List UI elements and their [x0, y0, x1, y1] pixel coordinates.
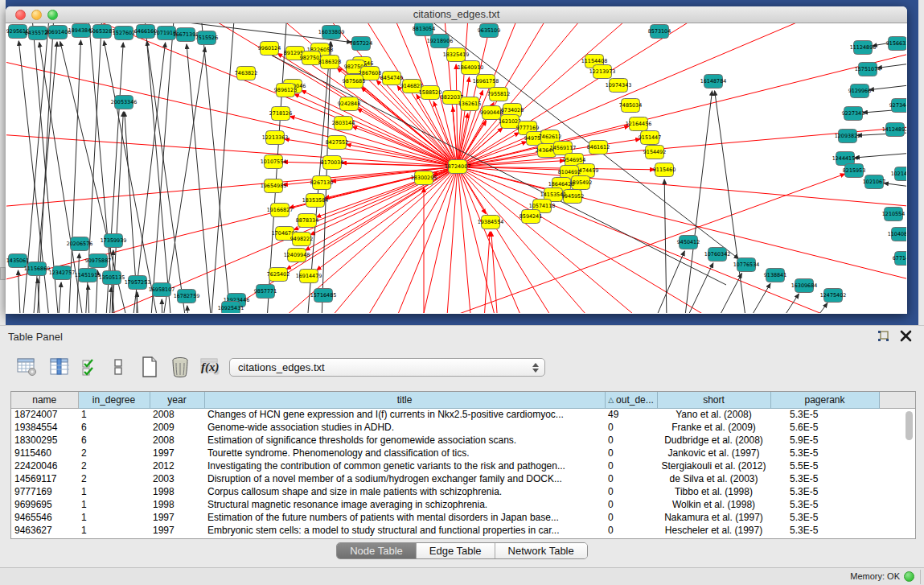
cell-outdegree[interactable]: 0	[605, 459, 657, 472]
graph-node[interactable]: 9450412	[677, 236, 700, 249]
show-columns-button[interactable]	[48, 356, 71, 378]
table-row[interactable]: 946554611997Estimation of the future num…	[11, 511, 915, 524]
cell-year[interactable]: 1998	[150, 485, 204, 498]
graph-node[interactable]: 8427552	[326, 136, 348, 150]
cell-pagerank[interactable]: 5.3E-5	[770, 485, 879, 498]
graph-node[interactable]: 9498222	[290, 233, 313, 246]
table-row[interactable]: 1872400712008Changes of HCN gene express…	[11, 408, 915, 421]
graph-node[interactable]: 7463822	[235, 67, 257, 80]
graph-node[interactable]: 8215953	[843, 164, 865, 178]
table-selector-dropdown[interactable]: citations_edges.txt	[229, 358, 545, 377]
graph-node[interactable]: 17359939	[101, 234, 127, 248]
graph-node[interactable]: 18353584	[302, 194, 329, 208]
new-table-button[interactable]	[138, 356, 161, 378]
graph-node[interactable]: 90975887	[85, 254, 112, 268]
table-row[interactable]: 946362711997Embryonic stem cells: a mode…	[11, 524, 915, 537]
graph-node[interactable]: 9990448	[480, 106, 503, 120]
cell-pagerank[interactable]: 5.9E-5	[770, 434, 879, 447]
cell-year[interactable]: 1998	[150, 498, 204, 511]
graph-node[interactable]: 1588520	[419, 86, 441, 100]
cell-title[interactable]: Structural magnetic resonance image aver…	[204, 498, 605, 511]
graph-node[interactable]: 9896123	[274, 84, 297, 97]
graph-node[interactable]: 12475402	[820, 289, 847, 303]
column-header-title[interactable]: title	[204, 392, 605, 408]
cell-year[interactable]: 1997	[150, 524, 204, 537]
graph-node[interactable]: 11040841	[888, 228, 906, 241]
cell-title[interactable]: Genome-wide association studies in ADHD.	[204, 421, 605, 434]
cell-short[interactable]: Stergiakouli et al. (2012)	[657, 459, 770, 472]
cell-year[interactable]: 2012	[150, 459, 204, 472]
graph-node[interactable]: 12444154	[832, 152, 859, 166]
table-row[interactable]: 969969511998Structural magnetic resonanc…	[11, 498, 915, 511]
cell-outdegree[interactable]: 0	[605, 485, 657, 498]
cell-title[interactable]: Estimation of the future numbers of pati…	[204, 511, 605, 524]
column-header-in_degree[interactable]: in_degree	[78, 392, 150, 408]
cell-indegree[interactable]: 1	[78, 408, 150, 421]
graph-node[interactable]: 10776534	[733, 258, 760, 272]
column-header-year[interactable]: year	[150, 392, 204, 408]
graph-node[interactable]: 8186328	[318, 56, 341, 69]
close-panel-icon[interactable]	[900, 330, 913, 343]
cell-indegree[interactable]: 6	[78, 434, 150, 447]
cell-pagerank[interactable]: 5.5E-5	[770, 459, 879, 472]
graph-node[interactable]: 19218906	[427, 35, 454, 48]
function-builder-button[interactable]: f(x)	[201, 356, 220, 378]
graph-node[interactable]: 16033809	[318, 26, 345, 39]
cell-indegree[interactable]: 2	[78, 472, 150, 485]
west-panel-handle[interactable]	[0, 267, 6, 280]
table-row[interactable]: 977716911998Corpus callosum shape and si…	[11, 485, 915, 498]
cell-pagerank[interactable]: 5.3E-5	[770, 498, 879, 511]
graph-node[interactable]: 1210554	[882, 208, 905, 221]
cell-pagerank[interactable]: 5.3E-5	[770, 408, 879, 421]
cell-year[interactable]: 1997	[150, 447, 204, 459]
cell-year[interactable]: 2009	[150, 421, 204, 434]
column-header-name[interactable]: name	[11, 392, 78, 408]
graph-node[interactable]: 9242848	[338, 97, 360, 111]
graph-node[interactable]: 9227343	[842, 107, 864, 121]
graph-node[interactable]: 12342757	[49, 266, 76, 280]
close-window-button[interactable]	[15, 10, 26, 20]
table-row[interactable]: 2242004622012Investigating the contribut…	[11, 459, 915, 472]
graph-node[interactable]: 12213973	[589, 65, 616, 79]
graph-node[interactable]: 9635109	[478, 24, 500, 38]
cell-short[interactable]: Franke et al. (2009)	[657, 421, 770, 434]
cell-indegree[interactable]: 6	[78, 421, 150, 434]
graph-node[interactable]: 16961758	[473, 75, 499, 89]
graph-node[interactable]: 20053346	[111, 96, 138, 109]
cell-short[interactable]: Wolkin et al. (1998)	[657, 498, 770, 511]
graph-node[interactable]: 8813054	[413, 23, 435, 36]
graph-node[interactable]: 11451919	[75, 269, 101, 282]
cell-short[interactable]: Tibbo et al. (1998)	[657, 485, 770, 498]
graph-node[interactable]: 1527602	[113, 27, 135, 40]
tab-edge-table[interactable]: Edge Table	[417, 543, 495, 558]
graph-node[interactable]: 12164456	[626, 117, 652, 131]
graph-node[interactable]: 10214532	[891, 167, 906, 181]
graph-node[interactable]: 18640910	[458, 61, 484, 75]
graph-node[interactable]: 10925431	[218, 302, 244, 314]
graph-node[interactable]: 16309684	[791, 279, 818, 293]
cell-name[interactable]: 22420046	[11, 459, 78, 472]
graph-node[interactable]: 10974343	[606, 79, 632, 93]
graph-node[interactable]: 11124896	[850, 41, 877, 55]
cell-short[interactable]: Dudbridge et al. (2008)	[657, 434, 770, 447]
graph-node[interactable]: 18724007	[445, 160, 471, 174]
tab-network-table[interactable]: Network Table	[495, 543, 587, 558]
cell-pagerank[interactable]: 5.3E-5	[770, 524, 879, 537]
graph-node[interactable]: 19166827	[267, 204, 294, 217]
table-settings-button[interactable]	[16, 356, 39, 378]
graph-node[interactable]: 11156869	[24, 262, 51, 276]
memory-status-indicator[interactable]	[904, 571, 914, 582]
column-header-out_de[interactable]: △out_de...	[605, 392, 657, 408]
select-rows-button[interactable]	[79, 356, 101, 378]
cell-short[interactable]: Nakamura et al. (1997)	[657, 511, 770, 524]
cell-short[interactable]: Yano et al. (2008)	[657, 408, 770, 421]
column-header-pagerank[interactable]: pagerank	[770, 392, 879, 408]
cell-pagerank[interactable]: 5.6E-5	[770, 421, 879, 434]
cell-year[interactable]: 2008	[150, 434, 204, 447]
cell-short[interactable]: Hescheler et al. (1997)	[657, 524, 770, 537]
cell-short[interactable]: Jankovic et al. (1997)	[657, 447, 770, 459]
cell-short[interactable]: de Silva et al. (2003)	[657, 472, 770, 485]
graph-node[interactable]: 9154492	[643, 146, 666, 159]
graph-node[interactable]: 7857224	[350, 37, 372, 51]
cell-pagerank[interactable]: 5.3E-5	[770, 472, 879, 485]
